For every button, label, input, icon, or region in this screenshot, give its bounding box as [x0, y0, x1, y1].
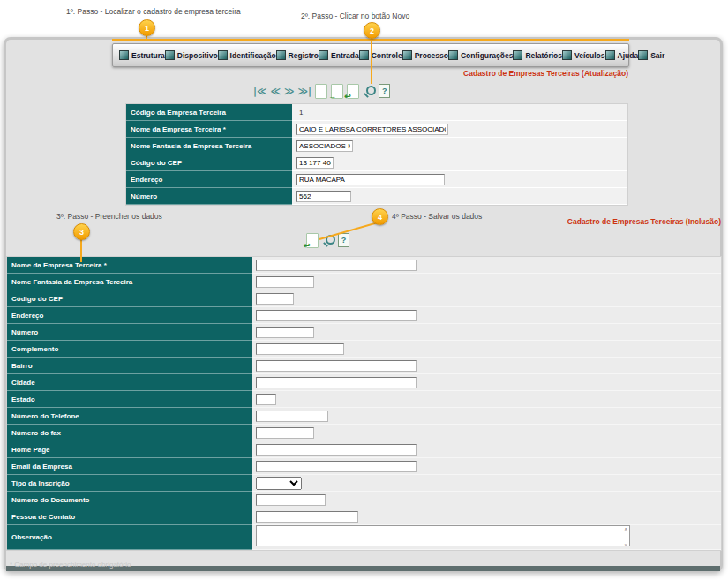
field-label: Número do fax — [7, 425, 252, 441]
field-label: Nome da Empresa Terceira * — [126, 121, 292, 138]
menu-item-ajuda[interactable]: Ajuda — [605, 50, 639, 60]
insert-toolbar: ? — [306, 231, 349, 249]
save-arrow-icon — [304, 242, 311, 250]
first-record-button[interactable]: |≪ — [253, 87, 267, 96]
form-row: Nome da Empresa Terceira * — [7, 257, 721, 274]
veiculos-icon — [562, 50, 572, 60]
email-input[interactable] — [256, 461, 417, 472]
field-label: Complemento — [7, 341, 252, 358]
form-row: Número do fax — [7, 425, 721, 441]
return-arrow-icon — [344, 93, 351, 101]
green-arrow-icon — [328, 93, 336, 101]
new-document-icon[interactable] — [315, 84, 327, 99]
step2-badge: 2 — [364, 22, 380, 39]
form-row: Código do CEP — [7, 290, 721, 307]
form-row: Email da Empresa — [7, 458, 721, 475]
field-label: Tipo da Inscrição — [7, 475, 252, 492]
form-row: Home Page — [7, 441, 721, 458]
estrutura-icon — [119, 50, 129, 60]
nome-empresa-input[interactable] — [296, 124, 448, 135]
codigo-cep-input[interactable] — [256, 293, 294, 305]
form-row: Cidade — [7, 374, 721, 391]
insert-document-icon[interactable] — [331, 84, 343, 99]
registro-icon — [276, 50, 286, 60]
nome-fantasia-input[interactable] — [256, 276, 314, 288]
field-label: Home Page — [7, 441, 252, 458]
menu-item-entrada[interactable]: Entrada — [319, 50, 359, 60]
field-label: Endereço — [126, 171, 292, 188]
numero-input[interactable] — [296, 191, 351, 202]
menu-item-dispositivo[interactable]: Dispositivo — [165, 50, 218, 60]
previous-record-button[interactable]: ≪ — [271, 87, 281, 96]
menu-item-veiculos[interactable]: Veículos — [562, 50, 605, 60]
form-row: Número do Documento — [7, 492, 721, 508]
processo-icon — [402, 50, 412, 60]
pessoa-contato-input[interactable] — [256, 511, 358, 523]
field-label: Nome Fantasia da Empresa Terceira — [126, 138, 292, 154]
menu-item-processo[interactable]: Processo — [402, 50, 448, 60]
field-label: Bairro — [7, 358, 252, 374]
form-row: Observação ∧∨ — [7, 525, 721, 550]
form-row: Nome Fantasia da Empresa Terceira — [7, 274, 721, 290]
update-toolbar: |≪ ≪ ≫ ≫| ? — [253, 82, 390, 100]
menu-item-registro[interactable]: Registro — [276, 50, 319, 60]
last-record-button[interactable]: ≫| — [298, 87, 312, 96]
insert-form: Nome da Empresa Terceira * Nome Fantasia… — [6, 256, 722, 551]
step1-label: 1º. Passo - Localizar o cadastro de empr… — [66, 7, 241, 16]
numero-input[interactable] — [256, 327, 314, 338]
update-form: Código da Empresa Terceira 1 Nome da Emp… — [125, 103, 628, 206]
step4-badge: 4 — [372, 208, 388, 225]
field-label: Código do CEP — [126, 154, 292, 171]
menu-item-configuracoes[interactable]: Configurações — [448, 50, 514, 60]
menu-item-relatorios[interactable]: Relatórios — [513, 50, 562, 60]
menu-item-sair[interactable]: Sair — [638, 50, 664, 60]
search-icon[interactable] — [363, 85, 375, 98]
menu-item-identificacao[interactable]: Identificação — [218, 50, 276, 60]
nome-empresa-terceira-input[interactable] — [256, 260, 417, 271]
observacao-textarea[interactable] — [256, 525, 630, 546]
dispositivo-icon — [165, 50, 175, 60]
homepage-input[interactable] — [256, 444, 417, 456]
form-row: Pessoa de Contato — [7, 508, 721, 525]
return-document-icon[interactable] — [347, 84, 359, 99]
form-row: Nome da Empresa Terceira * — [126, 121, 627, 138]
nome-fantasia-input[interactable] — [296, 140, 353, 152]
field-label: Nome da Empresa Terceira * — [7, 257, 252, 274]
relatorios-icon — [513, 50, 522, 60]
step1-badge: 1 — [139, 19, 155, 36]
next-record-button[interactable]: ≫ — [284, 87, 295, 96]
cidade-input[interactable] — [256, 377, 417, 388]
menu-item-estrutura[interactable]: Estrutura — [119, 50, 165, 60]
step2-label: 2º. Passo - Clicar no botão Novo — [301, 11, 409, 20]
insert-section-title: Cadastro de Empresas Terceiras (Inclusão… — [567, 217, 721, 226]
update-section-title: Cadastro de Empresas Terceiras (Atualiza… — [463, 69, 628, 78]
help-icon[interactable]: ? — [379, 84, 390, 98]
field-label: Email da Empresa — [7, 458, 252, 475]
form-row: Bairro — [7, 358, 721, 374]
form-row: Nome Fantasia da Empresa Terceira — [126, 138, 627, 154]
menu-item-controle[interactable]: Controle — [359, 50, 402, 60]
complemento-input[interactable] — [256, 343, 344, 355]
codigo-cep-input[interactable] — [296, 157, 334, 169]
endereco-input[interactable] — [256, 310, 417, 321]
bairro-input[interactable] — [256, 360, 417, 372]
step2-connector-line — [371, 37, 372, 84]
configuracoes-icon — [448, 50, 458, 60]
help-icon[interactable]: ? — [338, 233, 349, 247]
form-row: Código do CEP — [126, 154, 627, 171]
field-label: Endereço — [7, 307, 252, 324]
form-row: Estado — [7, 391, 721, 408]
endereco-input[interactable] — [296, 174, 445, 185]
field-label: Código da Empresa Terceira — [126, 104, 292, 121]
field-label: Observação — [7, 525, 252, 550]
form-row: Número — [7, 324, 721, 341]
form-row: Número — [126, 188, 627, 205]
tipo-inscricao-select[interactable] — [256, 477, 302, 490]
telefone-input[interactable] — [256, 411, 328, 422]
fax-input[interactable] — [256, 427, 314, 439]
save-document-icon[interactable] — [306, 233, 319, 248]
step3-connector-line — [80, 238, 82, 262]
step4-label: 4º Passo - Salvar os dados — [392, 212, 482, 221]
numero-documento-input[interactable] — [256, 494, 326, 506]
estado-input[interactable] — [256, 394, 276, 405]
